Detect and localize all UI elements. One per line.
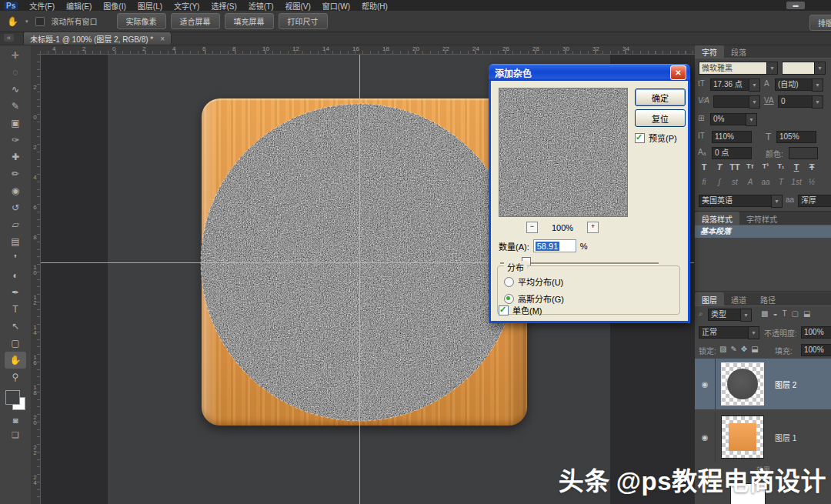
opentype-button[interactable]: fi [698,178,710,186]
font-family-dropdown-icon[interactable]: ▼ [766,62,778,75]
filter-smart-objects-icon[interactable]: ⬓ [803,309,810,318]
eraser-tool[interactable]: ▱ [5,216,26,233]
opentype-button[interactable]: A [744,178,756,186]
layer-row-2[interactable]: ◉ 图层 2 [695,359,831,409]
tab-paths[interactable]: 路径 [753,292,783,305]
options-button[interactable]: 实际像素 [117,13,166,29]
menu-item[interactable]: 文字(Y) [174,0,199,12]
menu-item[interactable]: 图层(L) [138,0,162,12]
amount-input[interactable]: 58.91 [533,239,576,252]
baseline-shift-field[interactable]: 0 点 [712,147,752,159]
fill-field[interactable]: 100% [801,344,831,356]
font-style-dropdown-icon[interactable]: ▼ [814,62,826,75]
move-tool[interactable]: ✛ [5,47,26,64]
text-style-button[interactable]: T¹ [759,162,772,172]
opentype-button[interactable]: ½ [806,178,818,186]
tab-character[interactable]: 字符 [695,45,724,58]
vertical-scale-field[interactable]: 110% [712,131,752,143]
vertical-guide[interactable] [359,54,360,504]
menu-item[interactable]: 编辑(E) [66,0,92,12]
text-color-swatch[interactable] [789,147,818,159]
text-style-button[interactable]: T₁ [775,162,787,172]
noise-preview[interactable] [499,88,628,217]
text-style-button[interactable]: Ŧ [806,162,818,172]
tracking-dropdown-icon[interactable]: ▼ [812,95,823,108]
uniform-radio-row[interactable]: 平均分布(U) [504,275,563,288]
menu-item[interactable]: 选择(S) [211,0,236,12]
lock-all-icon[interactable]: ⬓ [751,345,758,353]
close-tab-icon[interactable]: × [160,35,165,43]
filter-type-layers-icon[interactable]: T [783,309,787,318]
blur-tool[interactable]: ❜ [5,250,26,267]
opentype-button[interactable]: ʃ [713,178,726,186]
font-family-field[interactable]: 微软雅黑 [699,62,771,75]
menu-item[interactable]: 视图(V) [285,0,311,12]
language-field[interactable]: 美国英语 [699,195,776,207]
scroll-all-windows-checkbox[interactable] [35,17,45,26]
gradient-tool[interactable]: ▤ [5,233,26,250]
layer-visibility-icon[interactable]: ◉ [695,359,716,409]
layer-visibility-icon[interactable]: ◉ [695,412,716,462]
minimize-button[interactable]: ▬ [786,2,805,9]
layer-name[interactable]: 图层 1 [775,432,796,443]
close-icon[interactable]: ✕ [670,65,686,80]
dodge-tool[interactable]: ◐ [5,267,26,284]
layer-name[interactable]: 图层 2 [775,379,796,390]
menu-item[interactable]: 窗口(W) [322,0,350,12]
anti-alias-field[interactable]: 浑厚 [798,195,831,207]
horizontal-scale-field[interactable]: 105% [776,131,816,143]
document-tab[interactable]: 未标题-1 @ 100% (图层 2, RGB/8) * × [23,32,172,45]
text-style-button[interactable]: TT [729,162,741,172]
language-dropdown-icon[interactable]: ▼ [771,195,783,208]
opentype-button[interactable]: aa [759,178,772,186]
quick-selection-tool[interactable]: ✎ [5,98,26,115]
history-brush-tool[interactable]: ↺ [5,199,26,216]
layer-1-thumbnail[interactable] [721,416,764,459]
leading-field[interactable]: (自动) [775,78,816,91]
preview-checkbox-row[interactable]: 预览(P) [635,132,677,144]
text-style-button[interactable]: Tᴛ [744,162,756,172]
layer-2-thumbnail[interactable] [721,362,764,406]
blend-mode-field[interactable]: 正常 [699,326,753,339]
reset-button[interactable]: 复位 [635,109,686,127]
pen-tool[interactable]: ✒ [5,284,26,301]
gaussian-radio-row[interactable]: 高斯分布(G) [504,292,564,305]
path-selection-tool[interactable]: ↖ [5,318,26,335]
tab-paragraph-styles[interactable]: 段落样式 [695,212,739,225]
workspace-switcher-button[interactable]: 排版 [809,15,831,31]
lock-image-pixels-icon[interactable]: ✎ [730,345,736,353]
eyedropper-tool[interactable]: ✑ [5,132,26,149]
brush-tool[interactable]: ✏ [5,165,26,182]
tab-channels[interactable]: 通道 [724,292,753,305]
tracking-field[interactable]: 0 [778,95,816,108]
zoom-out-button[interactable]: − [526,222,538,233]
text-style-button[interactable]: T [698,162,710,172]
tab-paragraph[interactable]: 段落 [724,45,753,58]
healing-brush-tool[interactable]: ✚ [5,149,26,165]
filter-shape-layers-icon[interactable]: ▢ [792,309,799,318]
clone-stamp-tool[interactable]: ◉ [5,182,26,199]
type-tool[interactable]: T [5,301,26,318]
menu-item[interactable]: 滤镜(T) [249,0,274,12]
filter-adjustment-layers-icon[interactable]: ◒ [773,309,777,318]
proportional-spacing-dropdown-icon[interactable]: ▼ [746,113,757,126]
opacity-field[interactable]: 100% [801,326,831,339]
monochromatic-checkbox[interactable] [499,305,509,315]
ok-button[interactable]: 确定 [635,88,686,106]
tab-layers[interactable]: 图层 [695,292,724,305]
tab-character-styles[interactable]: 字符样式 [739,212,784,225]
shape-tool[interactable]: ▢ [5,335,26,352]
gaussian-radio[interactable] [504,294,514,304]
hand-tool[interactable]: ✋ [5,352,26,369]
quick-mask-button[interactable]: ◙ [13,416,18,425]
menu-item[interactable]: 文件(F) [29,0,55,12]
menu-item[interactable]: 图像(I) [103,0,125,12]
proportional-spacing-field[interactable]: 0% [710,113,750,125]
layer-row-1[interactable]: ◉ 图层 1 [695,412,831,462]
kerning-dropdown-icon[interactable]: ▼ [749,95,760,108]
lock-transparent-pixels-icon[interactable]: ▨ [719,345,726,353]
zoom-tool[interactable]: ⚲ [5,369,26,386]
opentype-button[interactable]: 1st [790,178,803,186]
preview-checkbox[interactable] [635,133,645,143]
crop-tool[interactable]: ▣ [5,115,26,132]
